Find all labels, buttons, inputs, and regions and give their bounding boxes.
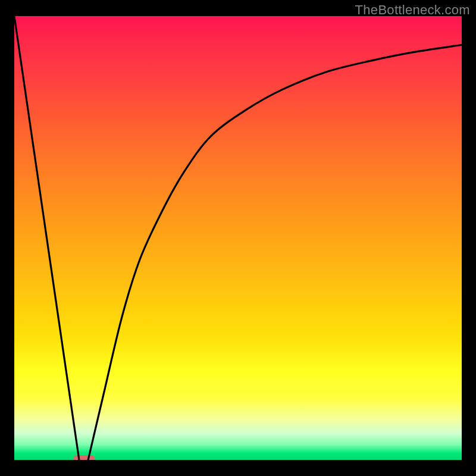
curve-left-branch	[14, 16, 79, 460]
bottleneck-curve	[14, 16, 462, 460]
watermark-text: TheBottleneck.com	[355, 2, 470, 18]
chart-frame: TheBottleneck.com	[0, 0, 476, 476]
plot-area	[14, 16, 462, 460]
curve-right-branch	[88, 45, 462, 461]
